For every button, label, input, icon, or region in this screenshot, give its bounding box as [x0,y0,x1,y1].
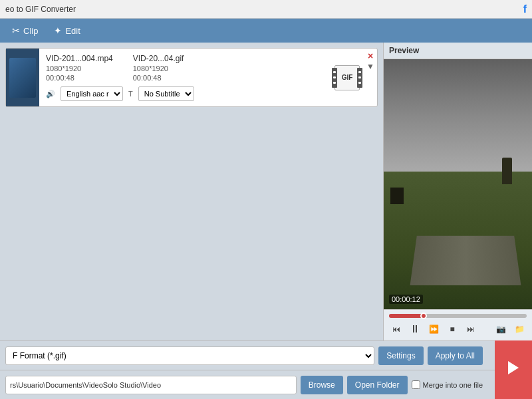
fast-forward-button[interactable]: ⏩ [426,322,441,336]
file-list-panel: VID-201...004.mp4 1080*1920 00:00:48 VID… [0,43,383,340]
input-resolution: 1080*1920 [46,65,113,72]
skip-to-start-button[interactable]: ⏮ [389,322,404,336]
audio-track-select[interactable]: English aac r [61,86,123,101]
film-hole [358,71,361,73]
app-title: eo to GIF Converter [5,5,523,14]
film-hole [358,76,361,78]
film-hole [358,82,361,84]
input-filename: VID-201...004.mp4 [46,54,113,63]
output-resolution: 1080*1920 [133,65,184,72]
bottom-area: F Format (*.gif) Settings Apply to All r… [0,340,532,399]
film-hole [333,71,336,73]
convert-icon [504,358,523,377]
file-names-row: VID-201...004.mp4 1080*1920 00:00:48 VID… [46,54,324,82]
preview-title: Preview [384,43,532,59]
gif-icon-container: GIF [331,49,364,106]
input-file-col: VID-201...004.mp4 1080*1920 00:00:48 [46,54,113,82]
sky [384,59,532,172]
title-bar: eo to GIF Converter f [0,0,532,19]
menu-clip-label: Clip [23,26,38,36]
subtitle-select[interactable]: No Subtitle [138,86,194,101]
film-strip-right [357,68,362,88]
tree [502,158,512,184]
menu-clip[interactable]: ✂ Clip [5,23,45,39]
open-folder-button[interactable]: 📁 [512,322,527,336]
settings-button[interactable]: Settings [378,346,423,365]
convert-button[interactable] [504,358,523,381]
preview-panel: Preview 00:00:12 ⏮ ⏸ ⏩ ■ [383,43,532,340]
menu-edit-label: Edit [65,26,80,36]
progress-bar-fill [389,314,424,318]
format-toolbar: F Format (*.gif) Settings Apply to All [0,340,532,370]
preview-controls: ⏮ ⏸ ⏩ ■ ⏭ 📷 📁 [384,309,532,340]
subtitle-icon: T [128,90,133,98]
svg-marker-0 [508,361,519,374]
file-info: VID-201...004.mp4 1080*1920 00:00:48 VID… [39,49,331,106]
output-filename: VID-20...04.gif [133,54,184,63]
snapshot-button[interactable]: 📷 [493,322,508,336]
file-controls-row: 🔊 English aac r T No Subtitle [46,86,324,101]
input-duration: 00:00:48 [46,74,113,82]
merge-label[interactable]: Merge into one file [412,380,483,389]
output-duration: 00:00:48 [133,74,184,82]
close-button[interactable]: × [368,51,373,61]
next-frame-button[interactable]: ⏭ [464,322,478,336]
film-hole [333,76,336,78]
convert-button-container [495,340,532,399]
audio-icon: 🔊 [46,90,55,98]
thumbnail-image [9,58,36,98]
clip-icon: ✂ [12,25,20,36]
film-strip-left [332,68,337,88]
facebook-icon: f [523,3,527,15]
chair [390,188,404,204]
output-row: rs\Usuario\Documents\VideoSolo Studio\Vi… [0,370,532,399]
file-actions: × ▼ [364,49,377,106]
film-hole [333,82,336,84]
video-frame [384,59,532,309]
output-file-col: VID-20...04.gif 1080*1920 00:00:48 [133,54,184,82]
progress-thumb [420,313,427,319]
apply-all-button[interactable]: Apply to All [428,346,483,365]
menu-edit[interactable]: ✦ Edit [47,23,86,39]
preview-video-area: 00:00:12 [384,59,532,309]
pause-button[interactable]: ⏸ [408,322,422,336]
main-content: VID-201...004.mp4 1080*1920 00:00:48 VID… [0,43,532,340]
menu-bar: ✂ Clip ✦ Edit [0,19,532,43]
expand-arrow[interactable]: ▼ [366,62,374,71]
file-thumbnail [6,49,39,106]
playback-buttons: ⏮ ⏸ ⏩ ■ ⏭ 📷 📁 [389,322,527,336]
gif-label: GIF [342,74,353,81]
progress-bar-container[interactable] [389,314,527,318]
gif-icon: GIF [334,65,360,90]
road [410,236,521,285]
output-path-display: rs\Usuario\Documents\VideoSolo Studio\Vi… [5,376,297,394]
stop-button[interactable]: ■ [445,322,460,336]
merge-checkbox[interactable] [412,380,420,389]
open-output-folder-button[interactable]: Open Folder [347,376,408,394]
file-item-card: VID-201...004.mp4 1080*1920 00:00:48 VID… [5,48,378,107]
format-select[interactable]: F Format (*.gif) [5,346,374,365]
edit-icon: ✦ [54,25,62,36]
browse-button[interactable]: Browse [301,376,343,394]
current-time: 00:00:12 [389,295,423,304]
